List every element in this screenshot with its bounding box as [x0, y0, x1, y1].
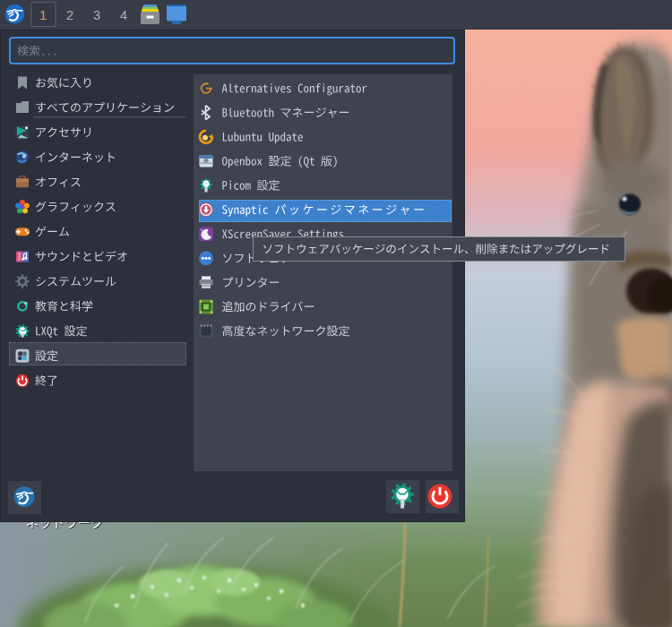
svg-text:3: 3 — [93, 8, 100, 22]
svg-text:1: 1 — [39, 8, 47, 22]
svg-text:2: 2 — [66, 8, 73, 22]
svg-text:4: 4 — [120, 8, 127, 22]
